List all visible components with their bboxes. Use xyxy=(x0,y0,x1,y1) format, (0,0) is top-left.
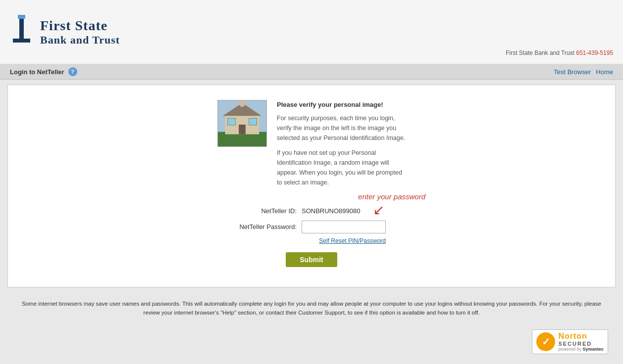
personal-identification-image xyxy=(217,100,267,147)
login-form-area: Please verify your personal image! For s… xyxy=(18,100,605,267)
home-link[interactable]: Home xyxy=(596,68,613,76)
login-to-netteller-label: Login to NetTeller xyxy=(10,68,64,76)
norton-badge: ✓ Norton SECURED powered by Symantec xyxy=(532,329,608,354)
image-verify-section: Please verify your personal image! For s… xyxy=(217,100,406,187)
footer-warning-text: Some internet browsers may save user nam… xyxy=(22,301,601,316)
verify-title: Please verify your personal image! xyxy=(277,100,406,110)
netteller-id-label: NetTeller ID: xyxy=(237,207,297,215)
password-input[interactable] xyxy=(302,221,386,233)
annotation-text: enter your password xyxy=(358,192,425,201)
main-content: Please verify your personal image! For s… xyxy=(7,85,616,287)
password-label: NetTeller Password: xyxy=(237,223,297,230)
norton-secured-label: SECURED xyxy=(558,341,604,347)
symantec-label: Symantec xyxy=(582,347,604,352)
reset-pin-link[interactable]: Self Reset PIN/Password xyxy=(319,237,386,244)
svg-rect-7 xyxy=(239,125,246,135)
test-browser-link[interactable]: Test Browser xyxy=(554,68,591,76)
help-icon-label: ? xyxy=(71,69,74,75)
norton-powered-text: powered by Symantec xyxy=(558,347,604,352)
bank-name-line1: First State xyxy=(40,18,120,34)
submit-button[interactable]: Submit xyxy=(286,252,337,267)
svg-rect-8 xyxy=(228,118,236,125)
svg-rect-0 xyxy=(18,15,25,19)
verify-paragraph1: For security purposes, each time you log… xyxy=(277,113,406,143)
help-icon[interactable]: ? xyxy=(68,67,77,76)
bank-name-line2: Bank and Trust xyxy=(40,34,120,46)
annotation-arrow: ↙ xyxy=(373,202,384,218)
form-fields: enter your password ↙ NetTeller ID: SONB… xyxy=(237,207,386,267)
password-row: NetTeller Password: xyxy=(237,221,386,233)
reset-link-row: Self Reset PIN/Password xyxy=(237,237,386,244)
norton-name: Norton xyxy=(558,332,604,341)
norton-area: ✓ Norton SECURED powered by Symantec xyxy=(0,324,623,359)
nav-right: Test Browser Home xyxy=(554,68,613,76)
svg-rect-1 xyxy=(19,19,24,39)
header-contact: First State Bank and Trust 651-439-5195 xyxy=(506,49,613,59)
bank-logo-icon xyxy=(8,15,35,49)
verify-paragraph2: If you have not set up your Personal Ide… xyxy=(277,148,406,187)
footer-warning: Some internet browsers may save user nam… xyxy=(0,292,623,324)
submit-row: Submit xyxy=(237,252,386,267)
verify-text-area: Please verify your personal image! For s… xyxy=(277,100,406,187)
contact-phone[interactable]: 651-439-5195 xyxy=(576,49,613,56)
svg-rect-2 xyxy=(13,39,30,43)
nav-bar: Login to NetTeller ? Test Browser Home xyxy=(0,64,623,80)
norton-checkmark-icon: ✓ xyxy=(536,332,555,351)
bank-name-area: First State Bank and Trust xyxy=(40,18,120,46)
norton-text-area: Norton SECURED powered by Symantec xyxy=(558,332,604,352)
nav-left: Login to NetTeller ? xyxy=(10,67,77,76)
header: First State Bank and Trust First State B… xyxy=(0,0,623,64)
svg-rect-11 xyxy=(240,103,244,107)
svg-rect-9 xyxy=(249,118,257,125)
contact-text: First State Bank and Trust xyxy=(506,49,576,56)
logo-area: First State Bank and Trust xyxy=(8,15,120,49)
annotation-area: enter your password ↙ xyxy=(358,192,425,218)
